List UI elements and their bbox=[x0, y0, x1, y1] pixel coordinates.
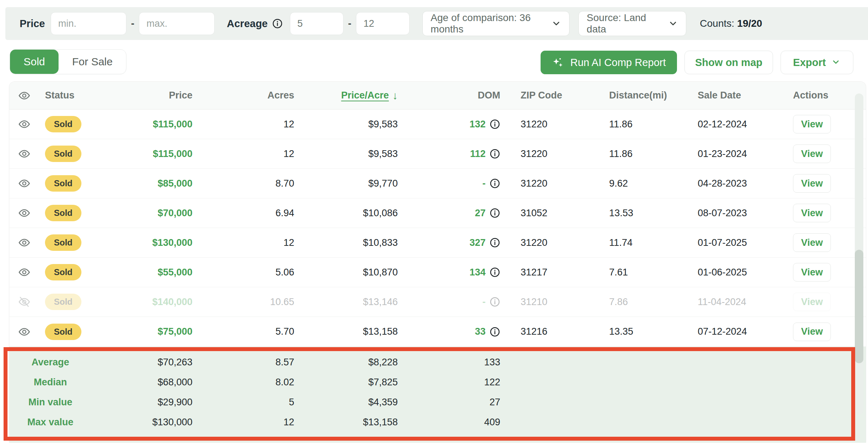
info-icon[interactable] bbox=[490, 208, 500, 218]
status-badge: Sold bbox=[45, 294, 81, 310]
summary-price: $68,000 bbox=[91, 377, 192, 388]
toggle-visibility-eye-icon[interactable] bbox=[18, 266, 31, 279]
view-button[interactable]: View bbox=[793, 263, 831, 282]
acreage-info-icon[interactable] bbox=[272, 18, 283, 29]
summary-label: Max value bbox=[9, 417, 91, 428]
source-dropdown[interactable]: Source: Land data bbox=[578, 11, 686, 36]
run-ai-comp-report-label: Run AI Comp Report bbox=[570, 57, 666, 69]
toggle-visibility-eye-icon[interactable] bbox=[18, 147, 31, 160]
table-row: Sold $115,000 12 $9,583 132 31220 11.86 … bbox=[9, 110, 866, 139]
info-icon[interactable] bbox=[490, 148, 500, 159]
status-badge: Sold bbox=[45, 205, 81, 221]
summary-section: Average $70,263 8.57 $8,228 133 Median $… bbox=[9, 346, 866, 443]
view-button[interactable]: View bbox=[793, 323, 831, 341]
price-per-acre-cell: $9,770 bbox=[294, 178, 398, 189]
view-button[interactable]: View bbox=[793, 115, 831, 133]
vertical-scrollbar-thumb[interactable] bbox=[855, 250, 863, 363]
summary-dom: 27 bbox=[398, 397, 500, 408]
sale-date-cell: 07-12-2024 bbox=[679, 326, 782, 337]
price-filter-label: Price bbox=[20, 18, 45, 30]
toggle-visibility-eye-icon[interactable] bbox=[18, 207, 31, 219]
info-icon[interactable] bbox=[490, 119, 500, 130]
summary-acres: 8.57 bbox=[192, 357, 294, 368]
age-of-comparison-dropdown[interactable]: Age of comparison: 36 months bbox=[422, 11, 570, 36]
chevron-down-icon bbox=[551, 19, 561, 29]
price-min-input[interactable] bbox=[51, 12, 126, 35]
acreage-filter-label: Acreage bbox=[227, 18, 267, 30]
status-badge: Sold bbox=[45, 324, 81, 340]
sale-date-cell: 01-23-2024 bbox=[679, 148, 782, 159]
chevron-down-icon bbox=[668, 19, 678, 29]
tab-sold[interactable]: Sold bbox=[10, 50, 59, 74]
column-header-price-acre[interactable]: Price/Acre ↓ bbox=[294, 90, 398, 102]
view-button[interactable]: View bbox=[793, 233, 831, 252]
summary-acres: 12 bbox=[192, 417, 294, 428]
column-header-price: Price bbox=[91, 90, 192, 101]
acreage-min-input[interactable] bbox=[290, 12, 343, 35]
tab-for-sale[interactable]: For Sale bbox=[59, 50, 126, 74]
price-cell: $75,000 bbox=[91, 326, 192, 337]
distance-cell: 7.86 bbox=[589, 297, 679, 308]
show-on-map-button[interactable]: Show on map bbox=[684, 51, 773, 74]
toggle-visibility-eye-icon[interactable] bbox=[18, 236, 31, 249]
summary-row: Min value $29,900 5 $4,359 27 bbox=[9, 392, 866, 412]
view-button[interactable]: View bbox=[793, 204, 831, 222]
view-button[interactable]: View bbox=[793, 145, 831, 163]
summary-label: Median bbox=[9, 377, 91, 388]
dom-value: 134 bbox=[470, 267, 486, 278]
distance-cell: 13.53 bbox=[589, 208, 679, 219]
price-cell: $70,000 bbox=[91, 208, 192, 219]
zip-cell: 31217 bbox=[500, 267, 589, 278]
counts-label: Counts: bbox=[700, 18, 734, 29]
distance-cell: 7.61 bbox=[589, 267, 679, 278]
acres-cell: 6.94 bbox=[192, 208, 294, 219]
info-icon[interactable] bbox=[490, 237, 500, 248]
info-icon[interactable] bbox=[490, 326, 500, 337]
summary-price-per-acre: $4,359 bbox=[294, 397, 398, 408]
sparkle-icon bbox=[552, 56, 565, 69]
status-badge: Sold bbox=[45, 175, 81, 192]
show-on-map-label: Show on map bbox=[695, 57, 763, 69]
toggle-visibility-eye-icon[interactable] bbox=[18, 177, 31, 190]
acres-cell: 12 bbox=[192, 148, 294, 159]
filter-bar: Price - Acreage - Age of comparison: 36 … bbox=[5, 7, 868, 40]
column-header-actions: Actions bbox=[782, 90, 866, 101]
info-icon[interactable] bbox=[490, 267, 500, 278]
acres-cell: 12 bbox=[192, 119, 294, 130]
toggle-visibility-eye-off-icon[interactable] bbox=[18, 295, 31, 308]
view-button[interactable]: View bbox=[793, 174, 831, 193]
price-cell: $55,000 bbox=[91, 267, 192, 278]
status-tab-group: Sold For Sale bbox=[10, 49, 126, 74]
distance-cell: 13.35 bbox=[589, 326, 679, 337]
dom-value: - bbox=[482, 178, 486, 189]
zip-cell: 31210 bbox=[500, 297, 589, 308]
price-per-acre-cell: $10,086 bbox=[294, 208, 398, 219]
export-button[interactable]: Export bbox=[781, 51, 853, 74]
price-cell: $115,000 bbox=[91, 119, 192, 130]
vertical-scrollbar-track[interactable] bbox=[855, 93, 863, 415]
toggle-visibility-eye-icon[interactable] bbox=[18, 118, 31, 131]
distance-cell: 9.62 bbox=[589, 178, 679, 189]
zip-cell: 31220 bbox=[500, 148, 589, 159]
summary-dom: 409 bbox=[398, 417, 500, 428]
summary-row: Average $70,263 8.57 $8,228 133 bbox=[9, 352, 866, 372]
source-value: Source: Land data bbox=[587, 12, 668, 35]
run-ai-comp-report-button[interactable]: Run AI Comp Report bbox=[541, 51, 677, 74]
toggle-visibility-eye-icon[interactable] bbox=[18, 325, 31, 338]
sale-date-cell: 01-06-2025 bbox=[679, 267, 782, 278]
chevron-down-icon bbox=[831, 57, 841, 67]
summary-price: $130,000 bbox=[91, 417, 192, 428]
sale-date-cell: 08-07-2023 bbox=[679, 208, 782, 219]
view-button[interactable]: View bbox=[793, 293, 831, 311]
sale-date-cell: 11-04-2024 bbox=[679, 297, 782, 308]
price-cell: $130,000 bbox=[91, 237, 192, 248]
acreage-max-input[interactable] bbox=[356, 12, 410, 35]
info-icon[interactable] bbox=[490, 178, 500, 189]
table-row: Sold $55,000 5.06 $10,870 134 31217 7.61… bbox=[9, 258, 866, 287]
dom-value: 327 bbox=[470, 237, 486, 248]
price-max-input[interactable] bbox=[139, 12, 215, 35]
distance-cell: 11.86 bbox=[589, 119, 679, 130]
visibility-column-header bbox=[9, 89, 45, 102]
info-icon[interactable] bbox=[490, 297, 500, 307]
summary-row: Median $68,000 8.02 $7,825 122 bbox=[9, 372, 866, 392]
